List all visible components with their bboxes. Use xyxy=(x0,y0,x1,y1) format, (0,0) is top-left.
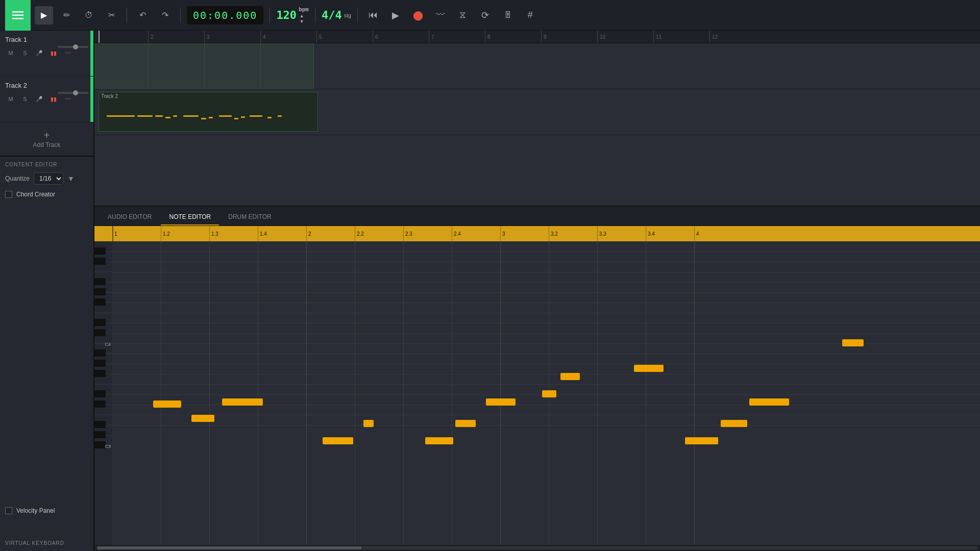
ruler-mark-3: 3 xyxy=(204,31,210,43)
sig-value: 4/4 xyxy=(322,9,342,21)
content-editor-panel: CONTENT EDITOR Quantize 1/16 1/8 1/4 ▼ C… xyxy=(0,156,93,551)
note-block-5[interactable] xyxy=(363,420,374,427)
divider-4 xyxy=(315,8,315,23)
mini-note-12 xyxy=(250,115,262,117)
bpm-up-button[interactable]: ▲ xyxy=(299,13,305,18)
note-block-4[interactable] xyxy=(323,437,353,444)
mini-note-4 xyxy=(165,117,170,118)
note-block-8[interactable] xyxy=(486,398,516,406)
ruler-mark-9: 9 xyxy=(541,31,547,43)
clock-tool-button[interactable]: ⏱ xyxy=(80,6,98,24)
grid-row-6 xyxy=(112,303,980,303)
chord-creator-checkbox[interactable] xyxy=(5,191,12,198)
svg-rect-25 xyxy=(94,258,106,265)
note-ruler-1.3: 1.3 xyxy=(209,226,218,241)
note-block-7[interactable] xyxy=(455,420,476,427)
metronome-button[interactable]: ⧖ xyxy=(454,6,472,24)
svg-rect-28 xyxy=(94,298,106,306)
note-block-3[interactable] xyxy=(222,398,263,406)
note-grid[interactable] xyxy=(112,241,980,545)
ruler-mark-5: 5 xyxy=(316,31,322,43)
note-block-15[interactable] xyxy=(842,339,864,346)
note-block-14[interactable] xyxy=(749,398,789,406)
note-block-9[interactable] xyxy=(542,390,556,397)
loop-button[interactable]: 〰 xyxy=(431,6,450,24)
mini-note-11 xyxy=(241,116,245,118)
virtual-keyboard-label: VIRTUAL KEYBOARD xyxy=(5,540,64,546)
mini-note-2 xyxy=(137,115,153,117)
note-ruler-1.2: 1.2 xyxy=(161,226,170,241)
ruler-mark-10: 10 xyxy=(597,31,605,43)
grid-row-3 xyxy=(112,272,980,272)
scissors-tool-button[interactable]: ✂ xyxy=(102,6,120,24)
track-1-mic-button[interactable]: 🎤 xyxy=(34,47,45,59)
play-button[interactable]: ▶ xyxy=(386,6,405,24)
tab-audio-editor[interactable]: AUDIO EDITOR xyxy=(100,209,160,226)
time-sig-display: 4/4 sig xyxy=(322,9,351,21)
note-block-6[interactable] xyxy=(425,437,453,444)
piano-svg: C4 C3 xyxy=(94,241,112,545)
note-block-10[interactable] xyxy=(560,373,580,380)
velocity-panel-checkbox[interactable] xyxy=(5,507,12,514)
track-1-mute-button[interactable]: M xyxy=(5,47,16,59)
track-2-mute-button[interactable]: M xyxy=(5,93,16,105)
tab-drum-editor[interactable]: DRUM EDITOR xyxy=(220,209,279,226)
mini-note-8 xyxy=(209,117,213,118)
add-track-plus-icon: + xyxy=(7,130,86,141)
track-1-auto-button[interactable]: 〰 xyxy=(62,47,74,59)
grid-col-6 xyxy=(403,241,404,545)
note-editor: 1 1.2 1.3 1.4 2 2.2 2.3 2.4 3 3.2 3.3 3.… xyxy=(94,226,980,551)
add-track-area[interactable]: + Add Track xyxy=(0,122,93,156)
track-2-auto-button[interactable]: 〰 xyxy=(62,93,74,105)
content-editor-title: CONTENT EDITOR xyxy=(5,162,88,167)
mixer-button[interactable]: 🎚 xyxy=(499,6,517,24)
arrangement-view: 2 3 4 5 6 7 8 9 10 11 12 xyxy=(94,31,980,207)
note-ruler-2.4: 2.4 xyxy=(452,226,461,241)
select-tool-button[interactable]: ▶ xyxy=(35,6,53,24)
mini-note-3 xyxy=(155,115,163,117)
track-2-clip[interactable]: Track 2 xyxy=(99,92,318,132)
record-button[interactable]: ⬤ xyxy=(409,6,427,24)
quantize-select[interactable]: 1/16 1/8 1/4 xyxy=(34,172,63,185)
bpm-arrows: ▲ ▼ xyxy=(299,13,305,24)
track-1-solo-button[interactable]: S xyxy=(19,47,31,59)
bpm-down-button[interactable]: ▼ xyxy=(299,19,305,24)
mini-note-13 xyxy=(267,117,272,118)
undo-button[interactable]: ↶ xyxy=(133,6,152,24)
track-1-rec-button[interactable]: ▮▮ xyxy=(48,47,59,59)
menu-button[interactable] xyxy=(5,0,31,31)
note-block-2[interactable] xyxy=(191,415,214,422)
track-2-color-bar xyxy=(90,77,93,122)
grid-col-5 xyxy=(355,241,355,545)
divider-1 xyxy=(127,8,127,23)
note-block-11[interactable] xyxy=(634,365,664,372)
go-start-button[interactable]: ⏮ xyxy=(364,6,382,24)
bpm-unit: bpm xyxy=(299,6,309,13)
scrollbar-thumb[interactable] xyxy=(97,546,361,549)
note-block-13[interactable] xyxy=(721,420,747,427)
sync-button[interactable]: ⟳ xyxy=(476,6,495,24)
note-block-1[interactable] xyxy=(153,400,181,408)
track-1-volume-knob xyxy=(73,44,78,49)
track-2-volume-slider[interactable] xyxy=(58,92,88,94)
track-1-volume-slider[interactable] xyxy=(58,46,88,48)
mini-note-6 xyxy=(183,115,199,117)
playhead-marker xyxy=(99,31,100,43)
ruler-mark-4: 4 xyxy=(260,31,266,43)
track-1-row xyxy=(94,43,980,89)
redo-button[interactable]: ↷ xyxy=(156,6,174,24)
right-area: 2 3 4 5 6 7 8 9 10 11 12 xyxy=(94,31,980,551)
grid-col-2 xyxy=(209,241,210,545)
scrollbar-track[interactable] xyxy=(97,546,977,549)
grid-col-10 xyxy=(597,241,598,545)
track-2-solo-button[interactable]: S xyxy=(19,93,31,105)
track-2-mic-button[interactable]: 🎤 xyxy=(34,93,45,105)
svg-rect-38 xyxy=(94,441,106,448)
track-2-rec-button[interactable]: ▮▮ xyxy=(48,93,59,105)
ruler-mark-11: 11 xyxy=(653,31,662,43)
grid-button[interactable]: # xyxy=(521,6,540,24)
tab-note-editor[interactable]: NOTE EDITOR xyxy=(161,209,219,226)
svg-rect-34 xyxy=(94,390,106,397)
note-block-12[interactable] xyxy=(685,437,718,444)
pencil-tool-button[interactable]: ✏ xyxy=(57,6,76,24)
